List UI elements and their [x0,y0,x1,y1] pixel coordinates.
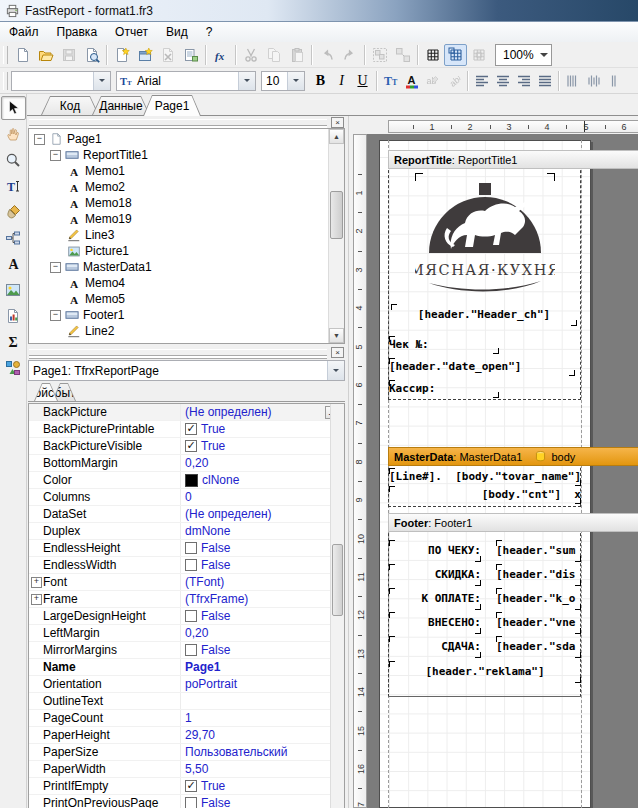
property-row-frame[interactable]: +Frame(TfrxFrame) [29,591,344,608]
property-value-cell[interactable]: (TFont) [181,574,344,590]
property-row-leftmargin[interactable]: LeftMargin0,20 [29,625,344,642]
tree-item-memo19[interactable]: AMemo19 [30,211,328,227]
memo1-header-ch[interactable]: [header."Header_ch"] [391,304,577,326]
vertical-lines-1-button[interactable] [562,70,583,92]
fill-color-button[interactable]: A [401,70,422,92]
memo-reklama[interactable]: [header."reklama"] [389,661,581,683]
highlight-button[interactable]: ab [422,70,443,92]
chevron-down-icon[interactable] [327,361,344,380]
align-justify-button[interactable] [534,70,555,92]
property-row-paperheight[interactable]: PaperHeight29,70 [29,727,344,744]
checkbox-unchecked-icon[interactable] [185,559,197,571]
memo2-chek[interactable]: Чек №: [389,336,499,354]
tree-expander-icon[interactable]: − [50,262,61,273]
checkbox-unchecked-icon[interactable] [185,797,197,808]
property-value-cell[interactable]: clNone [181,472,344,488]
property-value-cell[interactable]: False [181,642,344,658]
property-value-cell[interactable] [181,693,344,709]
new-report-page-button[interactable] [110,44,133,66]
group-button[interactable] [368,44,391,66]
property-row-printonpreviouspage[interactable]: PrintOnPreviousPageFalse [29,795,344,808]
category-tool-button[interactable] [1,356,26,380]
property-value-cell[interactable]: ✓True [181,438,344,454]
property-value-cell[interactable]: poPortrait [181,676,344,692]
property-value-cell[interactable]: 1 [181,710,344,726]
font-color-button[interactable]: TT [380,70,401,92]
tree-item-line3[interactable]: Line3 [30,227,328,243]
property-value-cell[interactable]: dmNone [181,523,344,539]
color-swatch[interactable] [185,474,198,487]
tree-expander-icon[interactable]: − [50,310,61,321]
footer-value-memo-1[interactable]: [header."dis [496,564,581,586]
delete-page-button[interactable] [156,44,179,66]
memo5-cnt[interactable]: [body."cnt"] x [389,486,581,504]
underline-button[interactable]: U [352,70,373,92]
picture-object-tool-button[interactable] [1,278,26,302]
object-selector[interactable]: Page1: TfrxReportPage [28,360,345,381]
property-value-cell[interactable]: False [181,557,344,573]
property-row-backpictureprintable[interactable]: BackPicturePrintable✓True [29,421,344,438]
align-right-button[interactable] [513,70,534,92]
show-grid-button[interactable] [421,44,444,66]
property-row-pagecount[interactable]: PageCount1 [29,710,344,727]
property-row-color[interactable]: ColorclNone [29,472,344,489]
property-value-cell[interactable]: (TfrxFrame) [181,591,344,607]
footer-value-memo-2[interactable]: [header."k_o [496,588,581,610]
property-value-cell[interactable]: 0,20 [181,455,344,471]
vertical-lines-3-button[interactable] [604,70,625,92]
tree-item-memo4[interactable]: AMemo4 [30,275,328,291]
property-row-backpicture[interactable]: BackPicture(Не определен)... [29,404,344,421]
property-value-cell[interactable]: False [181,795,344,808]
property-value-cell[interactable]: ✓True [181,421,344,437]
undo-button[interactable] [315,44,338,66]
property-row-paperwidth[interactable]: PaperWidth5,50 [29,761,344,778]
scroll-down-icon[interactable]: ▼ [329,328,344,343]
expand-icon[interactable]: + [31,577,42,588]
checkbox-checked-icon[interactable]: ✓ [185,423,197,435]
scroll-up-icon[interactable]: ▲ [329,129,344,144]
cut-button[interactable] [239,44,262,66]
text-object-tool-button[interactable]: A [1,252,26,276]
menu-edit[interactable]: Правка [48,22,107,42]
tree-item-reporttitle1[interactable]: −ReportTitle1 [30,147,328,163]
zoom-select[interactable]: 100% [495,44,552,66]
close-icon[interactable]: × [331,347,344,358]
titlebar[interactable]: FastReport - format1.fr3 [0,0,638,22]
property-row-font[interactable]: +Font(TFont) [29,574,344,591]
copy-button[interactable] [262,44,285,66]
tree-item-picture1[interactable]: Picture1 [30,243,328,259]
property-value-cell[interactable]: False [181,540,344,556]
tab-data[interactable]: Данные [92,96,150,115]
footer-value-memo-3[interactable]: [header."vne [496,612,581,634]
memo4-tovar[interactable]: [Line#]. [body."tovar_name"] [389,468,581,486]
variables-button[interactable]: fx [209,44,232,66]
toolbar-grip[interactable] [3,46,8,64]
footer-label-memo-1[interactable]: СКИДКА: [389,564,481,586]
scrollbar-thumb[interactable] [332,544,343,616]
footer-band-header[interactable]: Footer: Footer1 [388,513,638,532]
checkbox-checked-icon[interactable]: ✓ [185,780,197,792]
menu-file[interactable]: Файл [0,22,48,42]
align-to-grid-button[interactable] [444,44,467,66]
redo-button[interactable] [338,44,361,66]
checkbox-unchecked-icon[interactable] [185,542,197,554]
tree-expander-icon[interactable]: − [34,134,45,145]
property-row-orientation[interactable]: OrientationpoPortrait [29,676,344,693]
footer-value-memo-0[interactable]: [header."sum [496,540,581,562]
tree-item-memo18[interactable]: AMemo18 [30,195,328,211]
chevron-down-icon[interactable] [93,72,110,90]
property-row-dataset[interactable]: DataSet(Не определен) [29,506,344,523]
align-center-button[interactable] [492,70,513,92]
ungroup-button[interactable] [391,44,414,66]
footer-label-memo-4[interactable]: СДАЧА: [389,636,481,658]
property-value-cell[interactable]: 0 [181,489,344,505]
property-value-cell[interactable]: 29,70 [181,727,344,743]
tab-code[interactable]: Код [41,96,99,115]
property-row-outlinetext[interactable]: OutlineText [29,693,344,710]
property-row-backpicturevisible[interactable]: BackPictureVisible✓True [29,438,344,455]
fit-to-grid-button[interactable] [467,44,490,66]
vertical-lines-2-button[interactable] [583,70,604,92]
open-report-button[interactable] [34,44,57,66]
expand-icon[interactable]: + [31,594,42,605]
chevron-down-icon[interactable] [540,53,548,61]
